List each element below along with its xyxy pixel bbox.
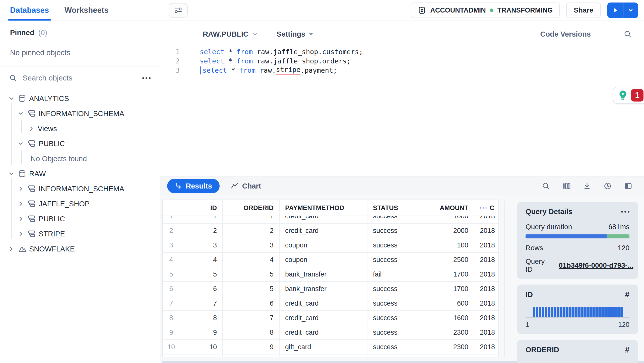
vertical-scrollbar[interactable]	[504, 201, 505, 357]
chevron-right-icon[interactable]	[8, 245, 15, 253]
table-cell[interactable]: 1600	[418, 311, 474, 325]
query-history-button[interactable]	[603, 182, 612, 190]
table-cell[interactable]	[418, 354, 474, 357]
table-cell[interactable]: 2018	[474, 340, 497, 354]
table-cell[interactable]: 2018	[474, 282, 497, 296]
table-cell[interactable]: 2300	[418, 340, 474, 354]
table-cell[interactable]: 6	[223, 296, 280, 310]
suggestions-button[interactable]: 1	[613, 87, 644, 104]
table-cell[interactable]	[223, 354, 280, 357]
chevron-right-icon[interactable]	[17, 200, 25, 208]
table-cell[interactable]: coupon	[280, 253, 367, 267]
more-columns-icon[interactable]	[480, 207, 487, 209]
table-cell[interactable]: 2500	[418, 253, 474, 267]
database-context-selector[interactable]: RAW.PUBLIC	[203, 30, 258, 38]
table-cell[interactable]: 600	[418, 296, 474, 310]
tree-item-information-schema[interactable]: INFORMATION_SCHEMA	[0, 106, 160, 121]
table-cell[interactable]: 10	[180, 340, 223, 354]
table-cell[interactable]: 2018	[474, 238, 497, 252]
table-row[interactable]: 333couponsuccess1002018	[163, 238, 498, 253]
tree-item-public[interactable]: PUBLIC	[0, 136, 160, 151]
chevron-right-icon[interactable]	[28, 125, 35, 132]
table-cell[interactable]: 2	[223, 224, 280, 238]
table-cell[interactable]: 8	[180, 311, 223, 325]
tree-item-views[interactable]: Views	[0, 121, 160, 136]
row-number-column-header[interactable]	[163, 200, 180, 216]
table-cell[interactable]: credit_card	[280, 216, 367, 223]
tree-item-public[interactable]: PUBLIC	[0, 211, 160, 226]
table-cell[interactable]: 1	[180, 216, 223, 223]
table-cell[interactable]: 1700	[418, 282, 474, 296]
table-cell[interactable]: 1000	[418, 216, 474, 223]
table-cell[interactable]: success	[367, 238, 418, 252]
table-cell[interactable]: bank_transfer	[280, 267, 367, 281]
table-cell[interactable]: fail	[367, 267, 418, 281]
table-cell[interactable]	[180, 354, 223, 357]
table-row[interactable]: 111credit_cardsuccess10002018	[163, 216, 498, 224]
editor-search-button[interactable]	[623, 30, 632, 38]
table-cell[interactable]: 1700	[418, 267, 474, 281]
id-histogram[interactable]	[526, 306, 629, 317]
share-button[interactable]: Share	[566, 3, 601, 18]
chevron-right-icon[interactable]	[17, 230, 25, 238]
filters-button[interactable]	[169, 3, 188, 18]
table-row[interactable]: 444couponsuccess25002018	[163, 253, 498, 267]
code-line[interactable]: 2select * from raw.jaffle_shop.orders;	[160, 56, 644, 66]
sidebar-more-menu-icon[interactable]	[142, 77, 151, 79]
table-cell[interactable]: bank_transfer	[280, 282, 367, 296]
table-cell[interactable]: success	[367, 224, 418, 238]
columns-button[interactable]	[562, 182, 571, 190]
chevron-down-icon[interactable]	[17, 140, 25, 147]
tree-item-jaffle-shop[interactable]: JAFFLE_SHOP	[0, 196, 160, 211]
table-cell[interactable]: 8	[223, 325, 280, 339]
table-cell[interactable]: credit_card	[280, 311, 367, 325]
code-editor-area[interactable]: 1select * from raw.jaffle_shop.customers…	[160, 47, 644, 75]
table-cell[interactable]	[367, 354, 418, 357]
column-header-status[interactable]: STATUS	[367, 200, 418, 216]
table-cell[interactable]: 2018	[474, 311, 497, 325]
search-objects-input[interactable]	[22, 73, 137, 82]
table-cell[interactable]: success	[367, 311, 418, 325]
table-row[interactable]: 222credit_cardsuccess20002018	[163, 224, 498, 238]
table-cell[interactable]: gift_card	[280, 340, 367, 354]
table-cell[interactable]: 2	[180, 224, 223, 238]
table-cell[interactable]: coupon	[280, 238, 367, 252]
table-cell[interactable]: success	[367, 296, 418, 310]
table-rows-viewport[interactable]: 111credit_cardsuccess10002018222credit_c…	[163, 216, 498, 357]
settings-dropdown[interactable]: Settings	[277, 30, 313, 38]
table-cell[interactable]: 4	[223, 253, 280, 267]
table-cell[interactable]: 5	[180, 267, 223, 281]
table-cell[interactable]: 4	[180, 253, 223, 267]
table-cell[interactable]: credit_card	[280, 224, 367, 238]
query-details-menu-icon[interactable]	[621, 211, 629, 213]
run-button[interactable]	[607, 3, 623, 18]
table-cell[interactable]: 3	[180, 238, 223, 252]
table-cell[interactable]: 2018	[474, 224, 497, 238]
table-cell[interactable]: 9	[223, 340, 280, 354]
table-cell[interactable]: 7	[223, 311, 280, 325]
table-cell[interactable]: 5	[223, 282, 280, 296]
role-warehouse-selector[interactable]: ACCOUNTADMIN TRANSFORMING	[411, 3, 560, 18]
table-cell[interactable]: 2018	[474, 253, 497, 267]
table-cell[interactable]: 2300	[418, 325, 474, 339]
search-results-button[interactable]	[542, 182, 550, 190]
code-line[interactable]: 1select * from raw.jaffle_shop.customers…	[160, 47, 644, 56]
table-cell[interactable]: 9	[180, 325, 223, 339]
column-header-id[interactable]: ID	[180, 200, 223, 216]
tab-worksheets[interactable]: Worksheets	[65, 0, 108, 21]
tab-databases[interactable]: Databases	[10, 0, 49, 21]
split-panel-button[interactable]	[624, 182, 632, 190]
column-header-orderid[interactable]: ORDERID	[223, 200, 280, 216]
table-cell[interactable]: 2000	[418, 224, 474, 238]
column-header-paymentmethod[interactable]: PAYMENTMETHOD	[280, 200, 367, 216]
table-cell[interactable]: 2018	[474, 216, 497, 223]
orderid-histogram[interactable]	[526, 360, 629, 363]
tree-item-stripe[interactable]: STRIPE	[0, 226, 160, 241]
table-cell[interactable]: credit_card	[280, 296, 367, 310]
table-cell[interactable]: 2018	[474, 325, 497, 339]
table-row[interactable]: 665bank_transfersuccess17002018	[163, 282, 498, 296]
column-header-amount[interactable]: AMOUNT	[418, 200, 474, 216]
tab-results[interactable]: Results	[167, 179, 220, 193]
tree-item-information-schema[interactable]: INFORMATION_SCHEMA	[0, 181, 160, 196]
table-cell[interactable]	[280, 354, 367, 357]
